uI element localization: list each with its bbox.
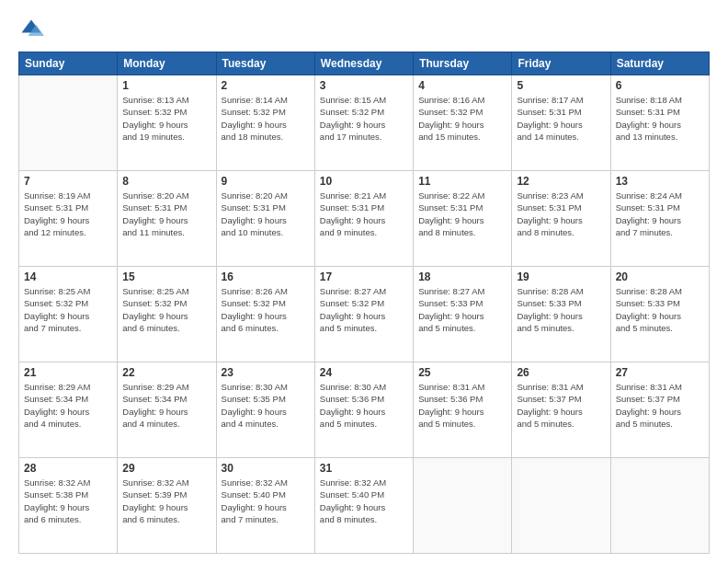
calendar-header-row: SundayMondayTuesdayWednesdayThursdayFrid…	[19, 52, 710, 75]
day-info: Sunrise: 8:28 AMSunset: 5:33 PMDaylight:…	[616, 285, 704, 334]
calendar-day-cell: 8Sunrise: 8:20 AMSunset: 5:31 PMDaylight…	[118, 171, 216, 267]
calendar-week-row: 1Sunrise: 8:13 AMSunset: 5:32 PMDaylight…	[19, 75, 710, 171]
day-info: Sunrise: 8:25 AMSunset: 5:32 PMDaylight:…	[122, 285, 210, 334]
day-info: Sunrise: 8:15 AMSunset: 5:32 PMDaylight:…	[320, 94, 408, 143]
calendar-day-cell: 27Sunrise: 8:31 AMSunset: 5:37 PMDayligh…	[610, 362, 709, 458]
day-number: 10	[320, 175, 408, 188]
calendar-day-header: Saturday	[610, 52, 709, 75]
day-info: Sunrise: 8:21 AMSunset: 5:31 PMDaylight:…	[320, 190, 408, 238]
day-number: 23	[222, 366, 310, 379]
day-info: Sunrise: 8:20 AMSunset: 5:31 PMDaylight:…	[222, 190, 310, 238]
calendar-day-cell: 5Sunrise: 8:17 AMSunset: 5:31 PMDaylight…	[512, 75, 610, 171]
calendar-day-cell: 16Sunrise: 8:26 AMSunset: 5:32 PMDayligh…	[216, 267, 314, 362]
day-info: Sunrise: 8:25 AMSunset: 5:32 PMDaylight:…	[24, 285, 112, 334]
calendar-day-cell: 3Sunrise: 8:15 AMSunset: 5:32 PMDaylight…	[314, 75, 413, 171]
day-number: 29	[122, 462, 210, 475]
day-number: 15	[122, 270, 210, 283]
calendar-day-cell: 18Sunrise: 8:27 AMSunset: 5:33 PMDayligh…	[414, 267, 512, 362]
day-number: 7	[24, 175, 112, 188]
calendar-day-cell: 29Sunrise: 8:32 AMSunset: 5:39 PMDayligh…	[118, 458, 216, 554]
logo	[18, 17, 48, 42]
calendar-day-cell: 23Sunrise: 8:30 AMSunset: 5:35 PMDayligh…	[216, 362, 314, 458]
calendar-day-cell: 24Sunrise: 8:30 AMSunset: 5:36 PMDayligh…	[314, 362, 413, 458]
logo-icon	[18, 17, 44, 42]
day-info: Sunrise: 8:32 AMSunset: 5:38 PMDaylight:…	[24, 477, 112, 525]
day-number: 25	[418, 366, 506, 379]
day-info: Sunrise: 8:13 AMSunset: 5:32 PMDaylight:…	[122, 94, 210, 143]
calendar-day-cell: 26Sunrise: 8:31 AMSunset: 5:37 PMDayligh…	[512, 362, 610, 458]
day-info: Sunrise: 8:16 AMSunset: 5:32 PMDaylight:…	[418, 94, 506, 143]
day-number: 20	[616, 270, 704, 283]
day-info: Sunrise: 8:32 AMSunset: 5:40 PMDaylight:…	[320, 477, 408, 525]
calendar-day-cell	[512, 458, 610, 554]
calendar-day-cell: 30Sunrise: 8:32 AMSunset: 5:40 PMDayligh…	[216, 458, 314, 554]
day-number: 1	[122, 79, 210, 92]
day-info: Sunrise: 8:23 AMSunset: 5:31 PMDaylight:…	[517, 190, 605, 238]
calendar-day-header: Sunday	[19, 52, 118, 75]
day-info: Sunrise: 8:27 AMSunset: 5:33 PMDaylight:…	[418, 285, 506, 334]
day-info: Sunrise: 8:19 AMSunset: 5:31 PMDaylight:…	[24, 190, 112, 238]
day-info: Sunrise: 8:20 AMSunset: 5:31 PMDaylight:…	[122, 190, 210, 238]
calendar-day-cell: 7Sunrise: 8:19 AMSunset: 5:31 PMDaylight…	[19, 171, 118, 267]
calendar-week-row: 7Sunrise: 8:19 AMSunset: 5:31 PMDaylight…	[19, 171, 710, 267]
calendar-day-cell: 15Sunrise: 8:25 AMSunset: 5:32 PMDayligh…	[118, 267, 216, 362]
day-number: 17	[320, 270, 408, 283]
day-number: 3	[320, 79, 408, 92]
day-info: Sunrise: 8:31 AMSunset: 5:37 PMDaylight:…	[517, 381, 605, 430]
day-info: Sunrise: 8:14 AMSunset: 5:32 PMDaylight:…	[222, 94, 310, 143]
day-info: Sunrise: 8:22 AMSunset: 5:31 PMDaylight:…	[418, 190, 506, 238]
day-info: Sunrise: 8:32 AMSunset: 5:39 PMDaylight:…	[122, 477, 210, 525]
calendar-week-row: 14Sunrise: 8:25 AMSunset: 5:32 PMDayligh…	[19, 267, 710, 362]
calendar-day-cell: 9Sunrise: 8:20 AMSunset: 5:31 PMDaylight…	[216, 171, 314, 267]
day-number: 22	[122, 366, 210, 379]
day-number: 19	[517, 270, 605, 283]
day-info: Sunrise: 8:27 AMSunset: 5:32 PMDaylight:…	[320, 285, 408, 334]
calendar-day-header: Wednesday	[314, 52, 413, 75]
day-number: 24	[320, 366, 408, 379]
calendar-day-cell: 28Sunrise: 8:32 AMSunset: 5:38 PMDayligh…	[19, 458, 118, 554]
calendar-week-row: 28Sunrise: 8:32 AMSunset: 5:38 PMDayligh…	[19, 458, 710, 554]
day-number: 21	[24, 366, 112, 379]
day-info: Sunrise: 8:18 AMSunset: 5:31 PMDaylight:…	[616, 94, 704, 143]
day-number: 4	[418, 79, 506, 92]
calendar-day-cell	[414, 458, 512, 554]
day-number: 6	[616, 79, 704, 92]
day-info: Sunrise: 8:30 AMSunset: 5:36 PMDaylight:…	[320, 381, 408, 430]
day-info: Sunrise: 8:24 AMSunset: 5:31 PMDaylight:…	[616, 190, 704, 238]
day-number: 26	[517, 366, 605, 379]
day-number: 18	[418, 270, 506, 283]
calendar-day-cell: 13Sunrise: 8:24 AMSunset: 5:31 PMDayligh…	[610, 171, 709, 267]
calendar-day-header: Monday	[118, 52, 216, 75]
calendar-day-cell: 11Sunrise: 8:22 AMSunset: 5:31 PMDayligh…	[414, 171, 512, 267]
day-number: 11	[418, 175, 506, 188]
day-number: 16	[222, 270, 310, 283]
calendar-day-cell: 25Sunrise: 8:31 AMSunset: 5:36 PMDayligh…	[414, 362, 512, 458]
calendar-day-header: Thursday	[414, 52, 512, 75]
day-number: 12	[517, 175, 605, 188]
calendar-week-row: 21Sunrise: 8:29 AMSunset: 5:34 PMDayligh…	[19, 362, 710, 458]
day-info: Sunrise: 8:28 AMSunset: 5:33 PMDaylight:…	[517, 285, 605, 334]
day-number: 2	[222, 79, 310, 92]
calendar-day-header: Tuesday	[216, 52, 314, 75]
day-number: 27	[616, 366, 704, 379]
calendar-day-cell: 10Sunrise: 8:21 AMSunset: 5:31 PMDayligh…	[314, 171, 413, 267]
calendar-day-cell: 17Sunrise: 8:27 AMSunset: 5:32 PMDayligh…	[314, 267, 413, 362]
calendar-day-cell	[610, 458, 709, 554]
day-info: Sunrise: 8:32 AMSunset: 5:40 PMDaylight:…	[222, 477, 310, 525]
day-info: Sunrise: 8:29 AMSunset: 5:34 PMDaylight:…	[122, 381, 210, 430]
day-info: Sunrise: 8:30 AMSunset: 5:35 PMDaylight:…	[222, 381, 310, 430]
header	[18, 17, 710, 42]
day-info: Sunrise: 8:17 AMSunset: 5:31 PMDaylight:…	[517, 94, 605, 143]
day-info: Sunrise: 8:31 AMSunset: 5:36 PMDaylight:…	[418, 381, 506, 430]
day-number: 8	[122, 175, 210, 188]
day-number: 14	[24, 270, 112, 283]
calendar-day-cell: 22Sunrise: 8:29 AMSunset: 5:34 PMDayligh…	[118, 362, 216, 458]
day-info: Sunrise: 8:26 AMSunset: 5:32 PMDaylight:…	[222, 285, 310, 334]
day-number: 28	[24, 462, 112, 475]
calendar-day-cell: 6Sunrise: 8:18 AMSunset: 5:31 PMDaylight…	[610, 75, 709, 171]
day-number: 5	[517, 79, 605, 92]
calendar-day-header: Friday	[512, 52, 610, 75]
calendar-table: SundayMondayTuesdayWednesdayThursdayFrid…	[18, 52, 710, 554]
calendar-day-cell: 20Sunrise: 8:28 AMSunset: 5:33 PMDayligh…	[610, 267, 709, 362]
calendar-day-cell: 2Sunrise: 8:14 AMSunset: 5:32 PMDaylight…	[216, 75, 314, 171]
